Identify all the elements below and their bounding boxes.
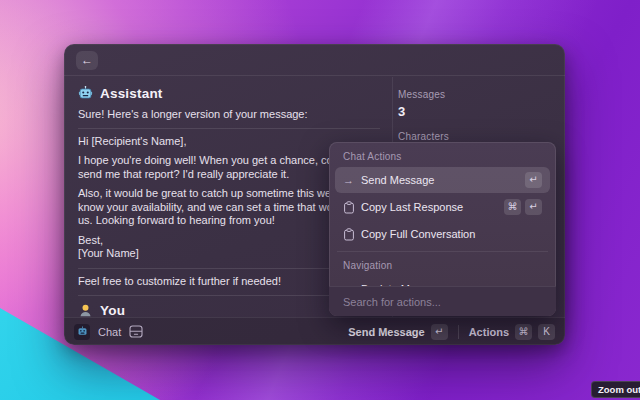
desktop: ← xyxy=(0,0,640,400)
back-icon: ← xyxy=(81,53,93,67)
clipboard-icon xyxy=(343,201,361,214)
zoom-tooltip: Zoom out on xyxy=(591,381,640,398)
navigation-section-title: Navigation xyxy=(335,256,550,276)
command-key-icon: ⌘ xyxy=(515,324,532,340)
return-key-icon: ↵ xyxy=(525,172,542,188)
message-line: Sure! Here's a longer version of your me… xyxy=(78,108,380,122)
bottom-bar-left: Chat xyxy=(74,324,143,340)
app-label: Chat xyxy=(98,326,121,338)
bottom-bar-right: Send Message ↵ Actions ⌘ K xyxy=(348,324,555,340)
person-icon xyxy=(78,303,93,318)
back-button[interactable]: ← xyxy=(76,51,98,70)
chat-app-icon xyxy=(74,324,90,340)
k-key-icon: K xyxy=(538,324,555,340)
clipboard-icon xyxy=(343,228,361,241)
bottom-action-bar: Chat Send Message ↵ Actions ⌘ xyxy=(64,317,565,345)
action-copy-last-response[interactable]: Copy Last Response ⌘ ↵ xyxy=(335,194,550,220)
window-header: ← xyxy=(64,44,565,76)
action-copy-full-conversation[interactable]: Copy Full Conversation xyxy=(335,221,550,247)
user-title: You xyxy=(100,303,125,318)
actions-label: Actions xyxy=(469,326,509,338)
message-divider xyxy=(78,128,380,129)
robot-icon xyxy=(78,86,93,101)
assistant-message-header: Assistant xyxy=(78,86,380,101)
arrow-right-icon: → xyxy=(343,174,361,186)
messages-label: Messages xyxy=(398,89,558,100)
send-message-button[interactable]: Send Message ↵ xyxy=(348,324,447,340)
actions-search-input[interactable] xyxy=(341,295,544,309)
actions-search xyxy=(329,286,556,316)
panel-divider xyxy=(337,251,548,252)
return-key-icon: ↵ xyxy=(525,199,542,215)
bottom-bar-separator xyxy=(458,325,459,339)
messages-value: 3 xyxy=(398,104,558,119)
action-send-message[interactable]: → Send Message ↵ xyxy=(335,167,550,193)
assistant-title: Assistant xyxy=(100,86,163,101)
send-message-label: Send Message xyxy=(348,326,424,338)
actions-section-title: Chat Actions xyxy=(335,147,550,167)
characters-label: Characters xyxy=(398,131,558,142)
input-mode-icon[interactable] xyxy=(129,325,143,338)
command-key-icon: ⌘ xyxy=(504,199,521,215)
actions-button[interactable]: Actions ⌘ K xyxy=(469,324,555,340)
actions-panel: Chat Actions → Send Message ↵ Copy Last … xyxy=(329,142,556,316)
return-key-icon: ↵ xyxy=(431,324,448,340)
